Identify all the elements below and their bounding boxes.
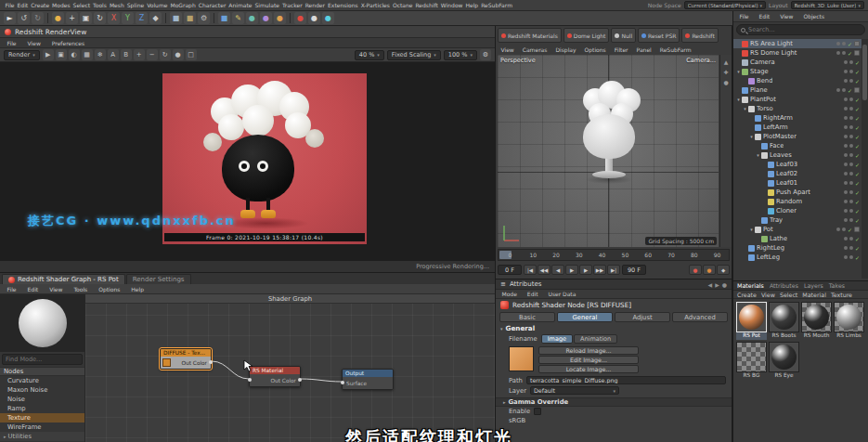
menubar-item[interactable]: Edit xyxy=(16,2,30,8)
visibility-dot-editor[interactable] xyxy=(844,172,848,176)
x-axis-lock-icon[interactable]: X xyxy=(108,12,120,24)
object-row[interactable]: Push Apart✓ xyxy=(733,188,862,197)
lock-icon[interactable]: ● xyxy=(722,281,727,288)
attributes-menu-item[interactable]: Mode xyxy=(500,291,518,297)
materials-tab-attributes[interactable]: Attributes xyxy=(770,282,798,289)
shader-graph-menu-item[interactable]: View xyxy=(48,286,64,292)
visibility-dot-render[interactable] xyxy=(842,88,846,92)
visibility-dot-editor[interactable] xyxy=(836,42,840,46)
menubar-item[interactable]: Select xyxy=(71,2,92,8)
node-search-input[interactable] xyxy=(6,356,79,363)
redo-icon[interactable]: ↻ xyxy=(32,12,44,24)
attributes-menu-item[interactable]: User Data xyxy=(547,291,577,297)
enabled-check-icon[interactable]: ✓ xyxy=(855,236,860,242)
visibility-dot-editor[interactable] xyxy=(844,162,848,166)
shader-node-list-item[interactable]: Curvature xyxy=(0,376,84,385)
viewport-menu-item[interactable]: ReSubFarm xyxy=(658,46,693,53)
object-row[interactable]: RS Area Light✓ xyxy=(733,39,862,48)
visibility-dot-editor[interactable] xyxy=(844,125,848,129)
visibility-dot-editor[interactable] xyxy=(844,135,848,138)
start-ipr-icon[interactable]: ▶ xyxy=(43,49,54,60)
zoom-in-icon[interactable]: + xyxy=(134,49,145,60)
field-icon[interactable]: ● xyxy=(274,12,286,24)
renderview-canvas[interactable]: Frame 0: 2021-10-19 15:38:17 (10.4s) 接艺C… xyxy=(0,62,495,261)
object-row[interactable]: Leaf01✓ xyxy=(733,178,862,188)
history-forward-icon[interactable]: ▶ xyxy=(715,281,719,288)
visibility-dot-render[interactable] xyxy=(849,98,853,101)
texture-preview-swatch[interactable] xyxy=(509,346,534,371)
menubar-item[interactable]: File xyxy=(4,2,16,8)
object-row[interactable]: Lathe✓ xyxy=(733,234,862,243)
enabled-check-icon[interactable]: ✓ xyxy=(848,41,852,47)
enabled-check-icon[interactable]: ✓ xyxy=(855,171,860,177)
materials-tab-layers[interactable]: Layers xyxy=(804,282,823,289)
visibility-dot-render[interactable] xyxy=(849,246,853,250)
material-item[interactable]: RS Limbs xyxy=(834,302,864,340)
shader-node-list-item[interactable]: WireFrame xyxy=(0,422,84,432)
enabled-check-icon[interactable]: ✓ xyxy=(848,227,852,233)
visibility-dot-editor[interactable] xyxy=(844,246,848,250)
next-frame-button[interactable]: ▶ xyxy=(579,265,592,275)
renderview-menu-item[interactable]: File xyxy=(6,40,18,46)
octane-icon[interactable]: ● xyxy=(308,12,320,24)
visibility-dot-render[interactable] xyxy=(842,42,846,46)
viewport-menu-item[interactable]: Options xyxy=(583,46,607,53)
enabled-check-icon[interactable]: ✓ xyxy=(855,106,860,112)
z-axis-lock-icon[interactable]: Z xyxy=(136,12,148,24)
materials-menu-item[interactable]: Select xyxy=(780,292,797,298)
visibility-dot-editor[interactable] xyxy=(844,153,848,157)
output-port[interactable] xyxy=(209,360,213,364)
checker-background-icon[interactable]: ▦ xyxy=(82,49,93,60)
visibility-dot-render[interactable] xyxy=(849,209,853,213)
visibility-dot-render[interactable] xyxy=(849,70,853,73)
texture-tag-icon[interactable] xyxy=(854,227,860,232)
enabled-check-icon[interactable]: ✓ xyxy=(855,208,860,214)
object-search-input[interactable] xyxy=(748,26,861,33)
material-item[interactable]: RS Pot xyxy=(736,302,767,340)
end-frame-field[interactable]: 90 F xyxy=(622,265,646,275)
material-node[interactable]: RS Material Out Color xyxy=(249,366,301,387)
cursor-icon[interactable]: ► xyxy=(4,12,16,24)
object-manager-menu-item[interactable]: Edit xyxy=(758,13,771,20)
output-port[interactable] xyxy=(298,378,302,382)
visibility-dot-render[interactable] xyxy=(849,116,853,120)
mograph-icon[interactable]: ● xyxy=(246,12,258,24)
collapse-arrow-icon[interactable]: ▾ xyxy=(742,106,748,111)
enabled-check-icon[interactable]: ✓ xyxy=(855,59,860,66)
material-item[interactable]: RS Mouth xyxy=(801,302,832,340)
visibility-dot-editor[interactable] xyxy=(844,237,848,240)
freeze-icon[interactable]: ❄ xyxy=(95,49,106,60)
scaling-mode-select[interactable]: Fixed Scaling▾ xyxy=(387,50,441,60)
visibility-dot-editor[interactable] xyxy=(844,218,848,222)
file-mode-tab-animation[interactable]: Animation xyxy=(574,334,617,344)
menubar-item[interactable]: Window xyxy=(439,2,464,8)
menubar-item[interactable]: Simulate xyxy=(253,2,281,8)
enabled-check-icon[interactable]: ✓ xyxy=(855,217,860,224)
viewport-canvas[interactable]: Perspective Camera... Grid Spacing : 500… xyxy=(498,55,719,247)
object-row[interactable]: Camera✓ xyxy=(733,58,862,67)
visibility-dot-render[interactable] xyxy=(849,162,853,166)
visibility-dot-editor[interactable] xyxy=(844,209,848,213)
object-row[interactable]: ▾Pot✓ xyxy=(733,225,862,234)
enabled-check-icon[interactable]: ✓ xyxy=(855,162,860,168)
viewport-toolbar-button[interactable]: Redshift xyxy=(681,28,718,43)
goto-start-button[interactable]: |◀ xyxy=(524,265,537,275)
enabled-check-icon[interactable]: ✓ xyxy=(855,254,860,261)
visibility-dot-editor[interactable] xyxy=(844,98,848,101)
materials-tab-materials[interactable]: Materials xyxy=(737,282,764,289)
object-row[interactable]: Cloner✓ xyxy=(733,206,862,215)
visibility-dot-editor[interactable] xyxy=(836,88,840,92)
keyframe-selection-button[interactable]: ◆ xyxy=(717,265,730,275)
menubar-item[interactable]: Modes xyxy=(51,2,71,8)
attributes-tab-advanced[interactable]: Advanced xyxy=(672,312,728,322)
zoom-select[interactable]: 40 %▾ xyxy=(355,50,384,60)
materials-menu-item[interactable]: Material xyxy=(802,292,826,298)
visibility-dot-editor[interactable] xyxy=(844,190,848,194)
enabled-check-icon[interactable]: ✓ xyxy=(855,245,860,252)
channel-b-icon[interactable]: B xyxy=(121,49,132,60)
materials-tab-takes[interactable]: Takes xyxy=(829,282,845,289)
file-mode-tab-image[interactable]: Image xyxy=(541,334,573,344)
visibility-dot-render[interactable] xyxy=(842,228,846,231)
menubar-item[interactable]: Tracker xyxy=(281,2,304,8)
view-pan-icon[interactable]: ✚ xyxy=(723,69,728,75)
